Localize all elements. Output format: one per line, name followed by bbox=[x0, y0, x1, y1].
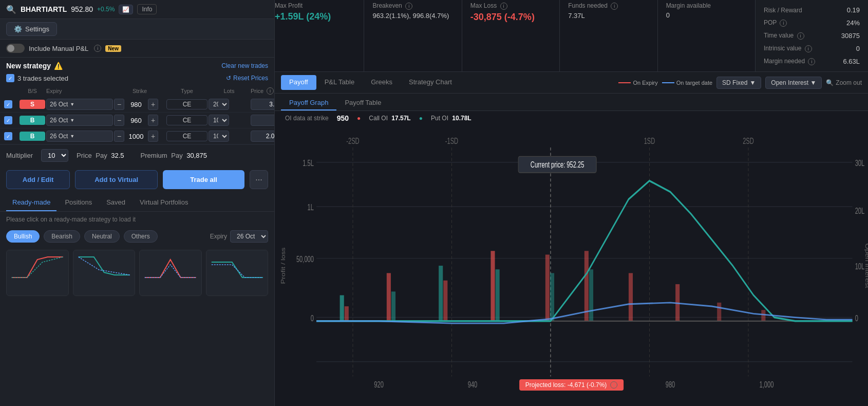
trade1-lots-select[interactable]: 20 bbox=[209, 99, 229, 110]
table-row: ✓ B 26 Oct ▼ − 1000 + CE 10 🗑 bbox=[0, 128, 274, 144]
trade1-strike-minus[interactable]: − bbox=[114, 99, 124, 110]
info-button[interactable]: Info bbox=[137, 4, 157, 14]
trade2-strike-val: 960 bbox=[125, 117, 147, 124]
trade2-strike-plus[interactable]: + bbox=[148, 115, 158, 126]
zoom-out-button[interactable]: 🔍 Zoom out bbox=[826, 79, 862, 86]
trade2-bs[interactable]: B bbox=[20, 116, 45, 125]
search-icon[interactable]: 🔍 bbox=[6, 5, 16, 14]
svg-text:1,000: 1,000 bbox=[760, 380, 774, 389]
add-virtual-button[interactable]: Add to Virtual bbox=[75, 170, 158, 189]
subtab-payoff-table[interactable]: Payoff Table bbox=[336, 96, 389, 110]
oi-strike: 950 bbox=[337, 114, 349, 122]
payoff-chart-svg: -2SD -1SD 1SD 2SD 1.5L 1L 50,000 0 30L 2… bbox=[275, 125, 868, 406]
main-layout: 🔍 BHARTIARTL 952.80 +0.5% 📈 Info ⚙️ Sett… bbox=[0, 0, 868, 406]
projected-loss-tooltip: Projected loss: -4,671 (-0.7%) i bbox=[519, 379, 624, 391]
strategy-title-text: New strategy bbox=[6, 62, 51, 70]
trade3-strike-plus[interactable]: + bbox=[148, 131, 158, 142]
max-profit-block: Max Profit +1.59L (24%) bbox=[275, 0, 364, 71]
clear-trades-button[interactable]: Clear new trades bbox=[221, 62, 268, 69]
filter-bearish[interactable]: Bearish bbox=[44, 230, 80, 243]
legend-on-expiry: On Expiry bbox=[618, 80, 657, 86]
trades-selected-row: ✓ 3 trades selected ↺ Reset Prices bbox=[0, 72, 274, 85]
reset-prices-button[interactable]: ↺ Reset Prices bbox=[226, 75, 268, 82]
trade2-price-input[interactable] bbox=[251, 115, 275, 126]
filter-others[interactable]: Others bbox=[124, 230, 158, 243]
trade-all-button[interactable]: Trade all bbox=[163, 170, 244, 189]
select-all-checkbox[interactable]: ✓ bbox=[6, 74, 14, 82]
chart-tabs-bar: Payoff P&L Table Greeks Strategy Chart O… bbox=[275, 72, 868, 94]
svg-text:2SD: 2SD bbox=[743, 137, 754, 145]
trend-button[interactable]: 📈 bbox=[119, 5, 133, 14]
svg-text:30L: 30L bbox=[855, 159, 865, 168]
trade3-bs[interactable]: B bbox=[20, 132, 45, 141]
breakeven-block: Breakeven i 963.2(1.1%), 996.8(4.7%) bbox=[364, 0, 462, 71]
max-loss-block: Max Loss i -30,875 (-4.7%) bbox=[462, 0, 560, 71]
trade2-lots-select[interactable]: 10 bbox=[209, 115, 229, 126]
multiplier-select[interactable]: 10 bbox=[41, 149, 68, 162]
expiry-select[interactable]: 26 Oct bbox=[230, 230, 268, 243]
info-icon-pop: i bbox=[780, 20, 787, 27]
margin-avail-block: Margin available 0 bbox=[658, 0, 755, 71]
price-label: Price Pay 32.5 bbox=[77, 152, 124, 159]
info-icon-maxloss: i bbox=[500, 3, 507, 10]
svg-text:10L: 10L bbox=[855, 262, 865, 271]
trade1-checkbox[interactable]: ✓ bbox=[4, 100, 12, 108]
trade3-strike-ctrl: − 1000 + bbox=[114, 131, 165, 142]
info-icon-mn: i bbox=[808, 58, 815, 65]
more-options-button[interactable]: ··· bbox=[250, 170, 268, 189]
trade3-lots-select[interactable]: 10 bbox=[209, 131, 229, 142]
toggle-manual[interactable] bbox=[6, 44, 25, 53]
settings-button[interactable]: ⚙️ Settings bbox=[6, 22, 57, 36]
tab-saved[interactable]: Saved bbox=[100, 194, 131, 211]
svg-text:0: 0 bbox=[311, 314, 314, 323]
bottom-tabs: Ready-made Positions Saved Virtual Portf… bbox=[0, 194, 274, 212]
strategy-title: New strategy ⚠️ bbox=[6, 62, 63, 70]
top-stats-main: Max Profit +1.59L (24%) Breakeven i 963.… bbox=[275, 0, 755, 71]
trade3-checkbox[interactable]: ✓ bbox=[4, 132, 12, 140]
trade3-expiry[interactable]: 26 Oct ▼ bbox=[46, 131, 113, 142]
trade1-price-input[interactable] bbox=[251, 99, 275, 110]
strategy-card-4[interactable] bbox=[206, 250, 269, 296]
strategy-header: New strategy ⚠️ Clear new trades bbox=[0, 58, 274, 72]
left-panel: 🔍 BHARTIARTL 952.80 +0.5% 📈 Info ⚙️ Sett… bbox=[0, 0, 275, 406]
tab-pl-table[interactable]: P&L Table bbox=[316, 75, 363, 90]
filter-bullish[interactable]: Bullish bbox=[6, 230, 40, 243]
trade2-strike-minus[interactable]: − bbox=[114, 115, 124, 126]
trade3-strike-minus[interactable]: − bbox=[114, 131, 124, 142]
trade2-checkbox[interactable]: ✓ bbox=[4, 116, 12, 124]
margin-needed-val: 6.63L bbox=[843, 58, 860, 65]
trade1-expiry[interactable]: 26 Oct ▼ bbox=[46, 99, 113, 110]
svg-rect-35 bbox=[584, 251, 589, 321]
trade1-strike-plus[interactable]: + bbox=[148, 99, 158, 110]
info-icon-funds: i bbox=[611, 3, 618, 10]
symbol-name: BHARTIARTL bbox=[21, 5, 67, 13]
tab-positions[interactable]: Positions bbox=[59, 194, 98, 211]
trade3-price-input[interactable] bbox=[251, 131, 275, 142]
search-bar: 🔍 BHARTIARTL 952.80 +0.5% 📈 Info bbox=[0, 0, 274, 19]
search-zoom-icon: 🔍 bbox=[826, 79, 834, 86]
trade2-lots-ctrl: 10 bbox=[209, 115, 250, 126]
chevron-down-icon: ▼ bbox=[70, 118, 74, 123]
time-value-row: Time value i 30875 bbox=[764, 32, 860, 40]
tab-ready-made[interactable]: Ready-made bbox=[6, 194, 56, 211]
table-row: ✓ S 26 Oct ▼ − 980 + CE 20 🗑 bbox=[0, 97, 274, 113]
strategy-card-1[interactable] bbox=[6, 250, 69, 296]
subtab-payoff-graph[interactable]: Payoff Graph bbox=[281, 96, 336, 110]
tab-virtual-portfolios[interactable]: Virtual Portfolios bbox=[134, 194, 194, 211]
trade3-strike-val: 1000 bbox=[125, 133, 147, 140]
time-value-label: Time value i bbox=[764, 32, 804, 40]
open-interest-button[interactable]: Open Interest ▼ bbox=[765, 77, 822, 89]
strategy-card-3[interactable] bbox=[139, 250, 202, 296]
sd-fixed-button[interactable]: SD Fixed ▼ bbox=[716, 77, 761, 89]
new-badge: New bbox=[105, 45, 121, 52]
trade2-expiry[interactable]: 26 Oct ▼ bbox=[46, 115, 113, 126]
add-edit-button[interactable]: Add / Edit bbox=[6, 170, 70, 189]
right-panel: Max Profit +1.59L (24%) Breakeven i 963.… bbox=[275, 0, 868, 406]
filter-neutral[interactable]: Neutral bbox=[84, 230, 120, 243]
svg-rect-27 bbox=[387, 273, 391, 321]
tab-payoff[interactable]: Payoff bbox=[281, 75, 316, 90]
trade1-bs[interactable]: S bbox=[20, 100, 45, 109]
strategy-card-2[interactable] bbox=[73, 250, 136, 296]
tab-greeks[interactable]: Greeks bbox=[363, 75, 401, 90]
tab-strategy-chart[interactable]: Strategy Chart bbox=[401, 75, 460, 90]
